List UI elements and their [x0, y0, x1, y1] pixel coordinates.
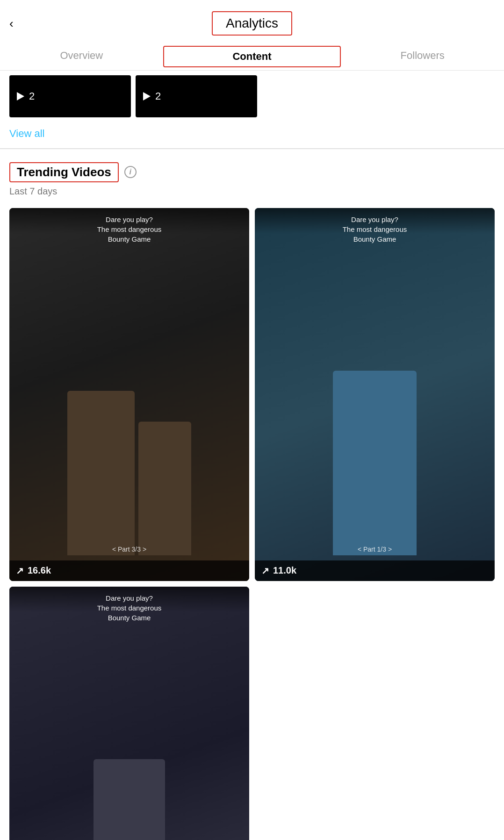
preview-play-count-1: 2 — [29, 90, 35, 102]
video-title-line2-1: The most dangerous — [15, 224, 244, 234]
video-stats-1: ↗ 16.6k — [9, 560, 249, 581]
video-stats-2: ↗ 11.0k — [255, 560, 495, 581]
video-title-line2-2: The most dangerous — [260, 224, 489, 234]
video-title-line2-3: The most dangerous — [15, 603, 244, 613]
video-title-line3-2: Bounty Game — [260, 234, 489, 244]
video-grid: Dare you play? The most dangerous Bounty… — [9, 208, 495, 840]
video-title-line1-1: Dare you play? — [15, 215, 244, 224]
video-thumbnail-2: Dare you play? The most dangerous Bounty… — [255, 208, 495, 581]
figures-2 — [255, 350, 495, 555]
page-title: Analytics — [212, 11, 292, 36]
play-icon-2 — [143, 92, 151, 101]
video-stat-value-1: 16.6k — [28, 565, 51, 576]
tab-followers[interactable]: Followers — [346, 43, 499, 70]
video-title-line3-1: Bounty Game — [15, 234, 244, 244]
tabs-bar: Overview Content Followers — [0, 43, 504, 71]
tab-overview[interactable]: Overview — [5, 43, 158, 70]
preview-play-count-2: 2 — [155, 90, 161, 102]
figure-3a — [94, 759, 166, 840]
view-all-section: View all — [0, 117, 504, 148]
figure-1b — [138, 422, 191, 555]
trending-section: Trending Videos i Last 7 days Dare you p… — [0, 149, 504, 840]
trending-arrow-1: ↗ — [16, 565, 24, 576]
trending-video-2[interactable]: Dare you play? The most dangerous Bounty… — [255, 208, 495, 581]
video-stat-value-2: 11.0k — [273, 565, 296, 576]
video-title-line1-3: Dare you play? — [15, 593, 244, 603]
tab-content[interactable]: Content — [163, 46, 341, 67]
video-title-line1-2: Dare you play? — [260, 215, 489, 224]
figures-3 — [9, 729, 249, 840]
video-scene-2 — [255, 208, 495, 581]
trending-video-1[interactable]: Dare you play? The most dangerous Bounty… — [9, 208, 249, 581]
view-all-link[interactable]: View all — [9, 128, 44, 139]
trending-title: Trending Videos — [9, 162, 119, 182]
figures-1 — [9, 350, 249, 555]
video-part-label-2: < Part 1/3 > — [255, 546, 495, 553]
figure-2a — [333, 371, 417, 555]
video-scene-1 — [9, 208, 249, 581]
trending-header: Trending Videos i — [9, 162, 495, 182]
preview-video-1[interactable]: 2 — [9, 75, 131, 117]
preview-videos-row: 2 2 — [0, 71, 504, 117]
video-thumbnail-3: Dare you play? The most dangerous Bounty… — [9, 587, 249, 840]
play-icon-1 — [17, 92, 24, 101]
video-part-label-1: < Part 3/3 > — [9, 546, 249, 553]
back-button[interactable]: ‹ — [9, 17, 14, 29]
video-overlay-text-1: Dare you play? The most dangerous Bounty… — [9, 208, 249, 251]
trending-arrow-2: ↗ — [261, 565, 269, 576]
header: ‹ Analytics — [0, 0, 504, 43]
video-thumbnail-1: Dare you play? The most dangerous Bounty… — [9, 208, 249, 581]
video-overlay-text-3: Dare you play? The most dangerous Bounty… — [9, 587, 249, 629]
video-overlay-text-2: Dare you play? The most dangerous Bounty… — [255, 208, 495, 251]
trending-video-3[interactable]: Dare you play? The most dangerous Bounty… — [9, 587, 249, 840]
figure-1a — [67, 391, 135, 555]
preview-video-2[interactable]: 2 — [136, 75, 257, 117]
trending-subtitle: Last 7 days — [9, 186, 495, 197]
info-icon[interactable]: i — [124, 166, 137, 178]
video-title-line3-3: Bounty Game — [15, 613, 244, 623]
